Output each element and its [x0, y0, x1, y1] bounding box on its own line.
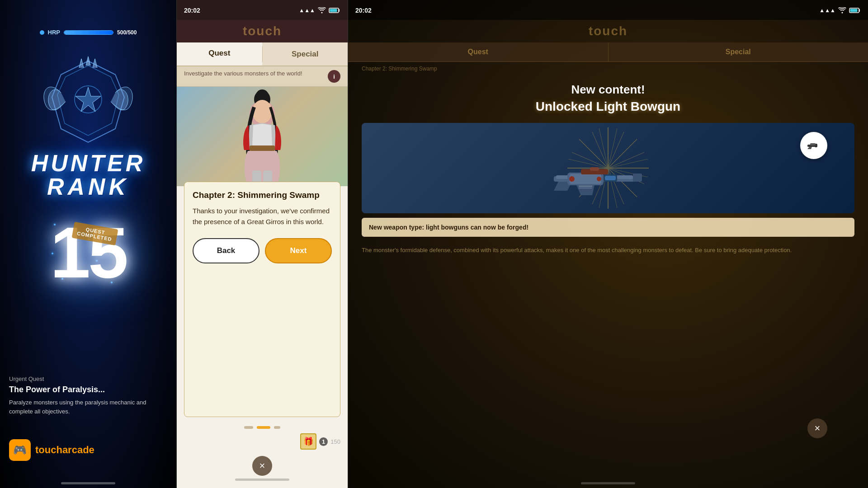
close-button-mid[interactable]: ×	[252, 456, 272, 476]
tab-special[interactable]: Special	[263, 42, 348, 66]
svg-marker-5	[75, 87, 101, 112]
right-breadcrumb: Chapter 2: Shimmering Swamp	[362, 62, 854, 74]
ta-name: toucharcade	[35, 444, 94, 456]
svg-point-37	[597, 177, 601, 181]
quest-desc-left: Paralyze monsters using the paralysis me…	[9, 398, 167, 416]
wifi-icon-mid	[318, 7, 326, 14]
crest	[43, 56, 133, 147]
right-tab-quest[interactable]: Quest	[348, 42, 608, 61]
ta-icon: 🎮	[9, 439, 31, 461]
dot-1	[244, 426, 253, 429]
dot-2	[257, 426, 270, 429]
svg-point-36	[569, 176, 575, 182]
character-image-section	[177, 87, 348, 186]
right-weapon-desc-text: New weapon type: light bowguns can now b…	[369, 224, 528, 231]
right-tabs-row: Quest Special	[348, 42, 868, 62]
home-indicator-right	[581, 482, 635, 484]
home-indicator-left	[61, 482, 115, 484]
wifi-icon-right	[838, 7, 846, 14]
close-button-right[interactable]: ×	[807, 418, 827, 438]
progress-dots	[177, 422, 348, 432]
hunter-rank-text: HUNTER RANK	[31, 151, 146, 198]
weapon-showcase	[362, 123, 854, 213]
weapon-bubble	[800, 132, 827, 159]
mid-app-title: touch	[243, 24, 282, 38]
mid-bottom-area: 🎁 1 150 ×	[177, 422, 348, 488]
status-icons-right: ▲▲▲	[819, 7, 861, 14]
weapon-img-area	[362, 123, 854, 213]
dot-3	[274, 426, 280, 429]
right-weapon-desc: New weapon type: light bowguns can now b…	[362, 218, 854, 237]
character-figure	[222, 87, 303, 186]
reward-icon: 🎁	[300, 433, 316, 450]
tab-quest[interactable]: Quest	[177, 42, 262, 66]
status-bar-right: 20:02 ▲▲▲	[348, 0, 868, 20]
story-card: Chapter 2: Shimmering Swamp Thanks to yo…	[184, 182, 340, 417]
home-indicator-mid	[235, 479, 289, 481]
reward-count: 1	[319, 437, 328, 446]
svg-rect-35	[590, 167, 599, 171]
rank-text: RANK	[31, 175, 146, 198]
hunter-rank-logo: HUNTER RANK	[31, 56, 146, 198]
svg-rect-12	[250, 145, 275, 151]
status-bar-mid: 20:02 ▲▲▲	[177, 0, 348, 20]
right-app-title: touch	[589, 24, 627, 38]
svg-rect-16	[850, 9, 858, 12]
crest-svg	[43, 56, 133, 147]
left-panel: 20:02 ▲▲▲ HRP	[0, 0, 176, 488]
signal-icon-right: ▲▲▲	[819, 7, 835, 14]
svg-rect-7	[330, 9, 337, 12]
new-content-title: New content!	[362, 83, 854, 97]
back-button[interactable]: Back	[193, 238, 259, 263]
signal-icon-mid: ▲▲▲	[299, 7, 315, 14]
quest-title-left: The Power of Paralysis...	[9, 385, 167, 394]
bowgun-icon	[806, 137, 822, 154]
next-button[interactable]: Next	[265, 238, 332, 263]
svg-rect-44	[810, 143, 816, 145]
starburst-svg	[531, 123, 685, 213]
story-chapter: Chapter 2: Shimmering Swamp	[193, 190, 332, 200]
time-mid: 20:02	[184, 7, 200, 14]
hrp-label: HRP	[48, 29, 60, 36]
new-content-subtitle: Unlocked Light Bowgun	[362, 99, 854, 114]
status-icons-mid: ▲▲▲	[299, 7, 340, 14]
svg-rect-31	[633, 174, 642, 182]
left-content: HRP 500/500	[0, 20, 176, 289]
right-content: Chapter 2: Shimmering Swamp New content!…	[348, 62, 868, 118]
new-content-banner: New content! Unlocked Light Bowgun	[362, 74, 854, 118]
ta-logo: 🎮 toucharcade	[9, 439, 94, 461]
story-text: Thanks to your investigation, we've conf…	[193, 206, 332, 227]
hrp-bar-fill	[64, 31, 113, 34]
right-panel: 20:02 ▲▲▲ touch Quest Special Chapter 2:…	[348, 0, 868, 488]
reward-num-2: 150	[330, 438, 340, 445]
reward-row: 🎁 1 150	[177, 432, 348, 453]
battery-icon-mid	[329, 7, 340, 14]
hrp-bar-row: HRP 500/500	[40, 29, 137, 36]
right-story-text: The monster's formidable defense, combin…	[348, 241, 868, 260]
hunter-text: HUNTER	[31, 151, 146, 175]
rank-number-section: 15 QUESTCOMPLETED	[50, 216, 126, 289]
time-right: 20:02	[355, 7, 372, 14]
svg-rect-41	[605, 176, 616, 180]
story-buttons: Back Next	[193, 238, 332, 265]
mid-app-header: touch	[177, 20, 348, 42]
hrp-dot	[40, 30, 44, 35]
tabs-row-mid: Quest Special	[177, 42, 348, 66]
quest-info-box: Urgent Quest The Power of Paralysis... P…	[0, 375, 176, 416]
hrp-bar-bg	[64, 30, 113, 35]
svg-point-11	[252, 100, 272, 123]
right-app-header: touch	[348, 20, 868, 42]
battery-icon-right	[849, 7, 861, 14]
investigate-bar: Investigate the various monsters of the …	[177, 66, 348, 87]
hrp-value: 500/500	[117, 29, 137, 36]
investigate-info-icon: i	[328, 70, 340, 83]
right-tab-special[interactable]: Special	[609, 42, 868, 61]
urgent-quest-label: Urgent Quest	[9, 375, 167, 382]
mid-panel: 20:02 ▲▲▲ touch Quest Special Investigat…	[176, 0, 348, 488]
